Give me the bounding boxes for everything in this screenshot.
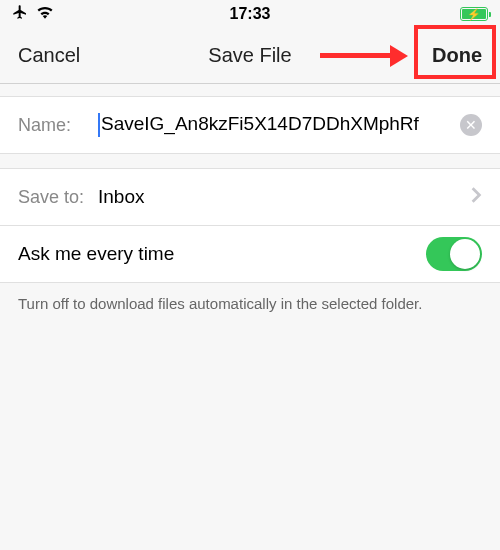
wifi-icon [36, 5, 54, 23]
ask-every-time-label: Ask me every time [18, 243, 426, 265]
done-button[interactable]: Done [432, 44, 482, 67]
name-row[interactable]: Name: SaveIG_An8kzFi5X14D7DDhXMphRf ✕ [0, 96, 500, 154]
save-to-value: Inbox [98, 186, 462, 208]
ask-every-time-toggle[interactable] [426, 237, 482, 271]
ask-every-time-row: Ask me every time [0, 225, 500, 283]
save-to-row[interactable]: Save to: Inbox [0, 168, 500, 226]
chevron-right-icon [470, 186, 482, 208]
status-bar: 17:33 ⚡ [0, 0, 500, 28]
clear-text-button[interactable]: ✕ [460, 114, 482, 136]
cancel-button[interactable]: Cancel [18, 44, 80, 67]
save-to-label: Save to: [18, 187, 98, 208]
airplane-mode-icon [12, 4, 28, 24]
footer-description: Turn off to download files automatically… [0, 283, 500, 324]
name-input[interactable]: SaveIG_An8kzFi5X14D7DDhXMphRf [98, 113, 454, 137]
navigation-bar: Cancel Save File Done [0, 28, 500, 84]
annotation-arrow [320, 45, 408, 67]
page-title: Save File [208, 44, 291, 67]
status-time: 17:33 [230, 5, 271, 23]
battery-charging-icon: ⚡ [460, 7, 488, 21]
close-icon: ✕ [465, 118, 477, 132]
text-cursor [98, 113, 100, 137]
name-label: Name: [18, 115, 98, 136]
